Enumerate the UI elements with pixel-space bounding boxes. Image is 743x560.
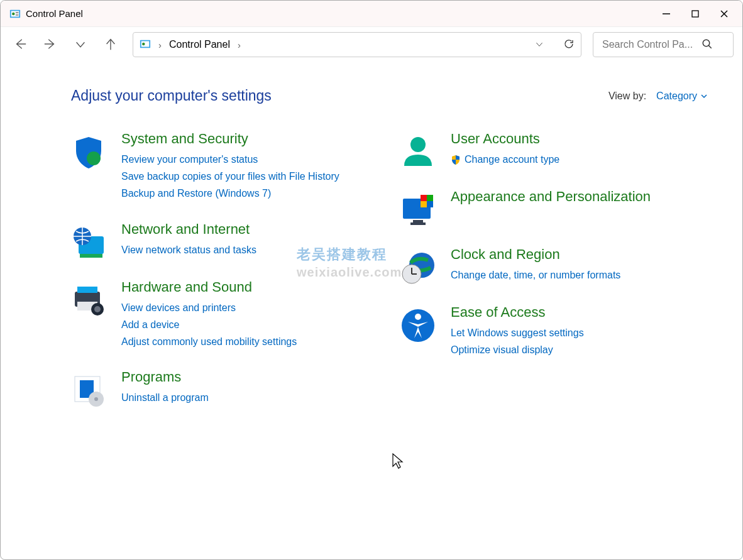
category-link[interactable]: Change account type — [451, 151, 559, 168]
category-link[interactable]: Change date, time, or number formats — [451, 266, 620, 283]
chevron-right-icon: › — [238, 40, 241, 50]
svg-rect-31 — [421, 195, 427, 201]
svg-rect-30 — [410, 222, 426, 225]
address-bar[interactable]: › Control Panel › — [133, 32, 581, 57]
control-panel-icon — [9, 8, 21, 19]
svg-point-14 — [87, 151, 101, 165]
svg-rect-6 — [692, 11, 698, 17]
content-area: Adjust your computer's settings View by:… — [1, 62, 742, 420]
category-system-security: System and Security Review your computer… — [71, 131, 378, 202]
svg-rect-19 — [77, 287, 97, 293]
programs-icon — [71, 373, 106, 408]
svg-point-11 — [142, 42, 145, 45]
accessibility-icon — [400, 308, 436, 343]
category-link[interactable]: Backup and Restore (Windows 7) — [121, 185, 339, 202]
address-dropdown-button[interactable] — [534, 39, 544, 51]
category-link[interactable]: Uninstall a program — [121, 389, 209, 406]
address-icon — [140, 38, 151, 52]
clock-globe-icon — [400, 250, 436, 285]
category-title[interactable]: Ease of Access — [451, 304, 584, 321]
shield-icon — [71, 135, 106, 170]
recent-locations-button[interactable] — [74, 37, 87, 53]
svg-rect-29 — [413, 220, 423, 222]
svg-rect-32 — [427, 195, 433, 201]
back-button[interactable] — [13, 37, 27, 53]
category-link[interactable]: Review your computer's status — [121, 151, 339, 168]
category-user-accounts: User Accounts Change account type — [400, 131, 707, 170]
svg-rect-33 — [421, 201, 427, 207]
refresh-button[interactable] — [563, 38, 575, 52]
svg-point-2 — [12, 12, 15, 15]
search-bar[interactable] — [593, 32, 734, 57]
view-by-dropdown[interactable]: Category — [656, 91, 707, 102]
user-icon — [400, 135, 436, 170]
svg-point-22 — [94, 306, 101, 312]
svg-point-26 — [94, 397, 98, 401]
cursor-icon — [392, 453, 404, 470]
svg-point-12 — [703, 40, 710, 47]
printer-camera-icon — [71, 283, 106, 318]
svg-rect-16 — [80, 254, 102, 258]
up-button[interactable] — [104, 37, 118, 53]
category-link[interactable]: Save backup copies of your files with Fi… — [121, 168, 339, 185]
page-title: Adjust your computer's settings — [71, 87, 272, 104]
search-input[interactable] — [601, 38, 702, 51]
maximize-button[interactable] — [681, 1, 710, 27]
window-title: Control Panel — [26, 8, 83, 19]
chevron-right-icon: › — [158, 40, 162, 50]
category-clock-region: Clock and Region Change date, time, or n… — [400, 246, 707, 285]
category-title[interactable]: System and Security — [121, 131, 339, 147]
category-programs: Programs Uninstall a program — [71, 369, 378, 408]
titlebar: Control Panel — [1, 1, 742, 27]
category-title[interactable]: Appearance and Personalization — [451, 189, 651, 205]
category-network-internet: Network and Internet View network status… — [71, 221, 378, 260]
category-title[interactable]: User Accounts — [451, 131, 559, 147]
toolbar: › Control Panel › — [1, 27, 742, 62]
view-by-label: View by: — [608, 91, 646, 102]
category-ease-of-access: Ease of Access Let Windows suggest setti… — [400, 304, 707, 358]
forward-button[interactable] — [43, 37, 57, 53]
category-appearance: Appearance and Personalization — [400, 189, 707, 228]
monitor-colors-icon — [400, 192, 436, 228]
category-link[interactable]: Adjust commonly used mobility settings — [121, 333, 297, 350]
globe-monitor-icon — [71, 225, 106, 260]
category-link[interactable]: Optimize visual display — [451, 341, 584, 358]
svg-rect-3 — [16, 12, 19, 13]
close-button[interactable] — [710, 1, 739, 27]
uac-shield-icon — [451, 155, 461, 165]
search-icon[interactable] — [702, 38, 713, 52]
svg-rect-34 — [427, 201, 433, 207]
svg-rect-4 — [16, 14, 19, 15]
address-location[interactable]: Control Panel — [169, 39, 230, 50]
category-link[interactable]: View network status and tasks — [121, 241, 256, 258]
svg-point-27 — [410, 137, 426, 152]
svg-point-40 — [415, 314, 421, 320]
category-title[interactable]: Hardware and Sound — [121, 279, 297, 295]
category-title[interactable]: Clock and Region — [451, 246, 620, 263]
category-title[interactable]: Programs — [121, 369, 209, 385]
minimize-button[interactable] — [652, 1, 681, 27]
category-hardware-sound: Hardware and Sound View devices and prin… — [71, 279, 378, 351]
category-title[interactable]: Network and Internet — [121, 221, 256, 238]
category-link[interactable]: Let Windows suggest settings — [451, 324, 584, 341]
category-link[interactable]: Add a device — [121, 316, 297, 333]
view-by-value: Category — [656, 91, 697, 102]
category-link[interactable]: View devices and printers — [121, 299, 297, 316]
svg-line-13 — [708, 45, 712, 48]
